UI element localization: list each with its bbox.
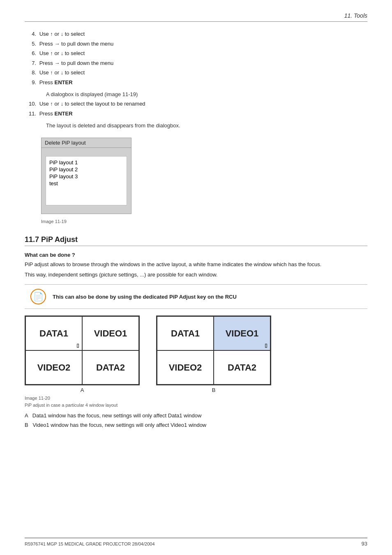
diagram-b-cell-video1: VIDEO1 ▯ xyxy=(214,316,270,350)
dialog-container: Delete PiP layout PiP layout 1 PiP layou… xyxy=(41,138,131,214)
note-b: B Video1 window has the focus, new setti… xyxy=(25,421,367,429)
diagram-notes: A Data1 window has the focus, new settin… xyxy=(25,412,367,429)
focus-indicator-b: ▯ xyxy=(265,343,267,348)
diagram-a: DATA1 ▯ VIDEO1 VIDEO2 DATA2 xyxy=(25,315,140,385)
step-5: 5. Press → to pull down the menu xyxy=(25,40,367,48)
section-heading: 11.7 PiP Adjust xyxy=(25,235,367,246)
pip-diagrams: DATA1 ▯ VIDEO1 VIDEO2 DATA2 A xyxy=(25,315,367,393)
step-9: 9. Press ENTER xyxy=(25,78,367,87)
footer-left: R5976741 MGP 15 MEDICAL GRADE PROJECTOR … xyxy=(25,541,155,546)
dialog-item-0: PiP layout 1 xyxy=(49,159,123,166)
dialog-item-1: PiP layout 2 xyxy=(49,166,123,173)
diagram-a-cell-video1: VIDEO1 xyxy=(82,316,139,350)
diagram-b-cell-data2: DATA2 xyxy=(214,350,270,385)
diagram-a-letter: A xyxy=(25,387,140,393)
diagram-b-wrapper: DATA1 VIDEO1 ▯ VIDEO2 DATA2 B xyxy=(156,315,271,393)
pip-image-label-block: Image 11-20 PiP adjust in case a particu… xyxy=(25,395,367,408)
header-title: 11. Tools xyxy=(344,12,367,19)
pip-image-label: Image 11-20 xyxy=(25,395,367,402)
step-11: 11. Press ENTER xyxy=(25,110,367,118)
dialog-body: PiP layout 1 PiP layout 2 PiP layout 3 t… xyxy=(46,156,127,205)
section-number: 11.7 xyxy=(25,235,39,244)
diagram-a-cell-video2: VIDEO2 xyxy=(25,350,82,385)
dialog-item-3: test xyxy=(49,180,123,187)
page: 11. Tools 4. Use ↑ or ↓ to select 5. Pre… xyxy=(0,0,392,555)
document-icon: 📄 xyxy=(33,292,44,302)
body-text-1: PiP adjust allows to browse through the … xyxy=(25,260,367,269)
diagram-a-wrapper: DATA1 ▯ VIDEO1 VIDEO2 DATA2 A xyxy=(25,315,140,393)
footer: R5976741 MGP 15 MEDICAL GRADE PROJECTOR … xyxy=(25,538,367,547)
dialog-image-label: Image 11-19 xyxy=(41,219,367,224)
footer-page-number: 93 xyxy=(362,541,367,547)
diagram-a-cell-data2: DATA2 xyxy=(82,350,139,385)
step-4: 4. Use ↑ or ↓ to select xyxy=(25,30,367,38)
step-10: 10. Use ↑ or ↓ to select the layout to b… xyxy=(25,100,367,108)
diagram-b-letter: B xyxy=(156,387,271,393)
steps-list-2: 10. Use ↑ or ↓ to select the layout to b… xyxy=(25,100,367,117)
focus-indicator-a: ▯ xyxy=(76,343,79,348)
note-a: A Data1 window has the focus, new settin… xyxy=(25,412,367,420)
diagram-b: DATA1 VIDEO1 ▯ VIDEO2 DATA2 xyxy=(156,315,271,385)
dialog-titlebar: Delete PiP layout xyxy=(42,138,131,148)
body-text-2: This way, independent settings (picture … xyxy=(25,271,367,279)
note-text: This can also be done by using the dedic… xyxy=(53,294,237,300)
step-7: 7. Press → to pull down the menu xyxy=(25,59,367,67)
steps-list: 4. Use ↑ or ↓ to select 5. Press → to pu… xyxy=(25,30,367,86)
note-box: 📄 This can also be done by using the ded… xyxy=(25,284,367,309)
step-9-note: A dialogbox is displayed (image 11-19) xyxy=(25,91,367,97)
diagram-b-cell-data1: DATA1 xyxy=(157,316,214,350)
diagram-a-cell-data1: DATA1 ▯ xyxy=(25,316,82,350)
header: 11. Tools xyxy=(25,12,367,22)
subsection-heading: What can be done ? xyxy=(25,252,367,258)
section-title: PiP Adjust xyxy=(41,235,78,244)
diagram-b-cell-video2: VIDEO2 xyxy=(157,350,214,385)
dialog-item-2: PiP layout 3 xyxy=(49,173,123,180)
step-6: 6. Use ↑ or ↓ to select xyxy=(25,49,367,58)
step-11-note: The layout is deleted and disappears fro… xyxy=(25,122,367,129)
note-icon: 📄 xyxy=(30,289,46,304)
dialog-box: Delete PiP layout PiP layout 1 PiP layou… xyxy=(41,138,131,214)
step-8: 8. Use ↑ or ↓ to select xyxy=(25,69,367,77)
pip-image-caption: PiP adjust in case a particular 4 window… xyxy=(25,402,367,409)
